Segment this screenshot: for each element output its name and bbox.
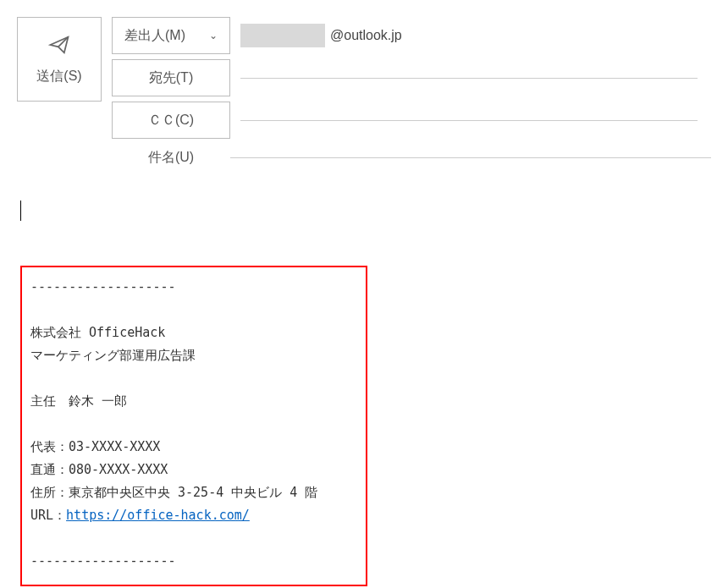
sig-url-link[interactable]: https://office-hack.com/ bbox=[66, 508, 250, 523]
cc-button[interactable]: ＣＣ(C) bbox=[112, 102, 230, 139]
chevron-down-icon: ⌄ bbox=[209, 30, 218, 41]
sig-title-name: 主任 鈴木 一郎 bbox=[30, 390, 354, 413]
sig-tel-direct: 直通：080-XXXX-XXXX bbox=[30, 459, 354, 481]
sig-url-row: URL：https://office-hack.com/ bbox=[30, 504, 354, 527]
message-body[interactable]: ------------------- 株式会社 OfficeHack マーケテ… bbox=[17, 201, 711, 586]
subject-label: 件名(U) bbox=[112, 149, 230, 167]
to-input[interactable] bbox=[240, 78, 698, 79]
sig-divider-bottom: ------------------- bbox=[30, 550, 354, 573]
sig-divider-top: ------------------- bbox=[30, 276, 354, 299]
sig-department: マーケティング部運用広告課 bbox=[30, 344, 354, 367]
from-domain: @outlook.jp bbox=[330, 28, 402, 43]
from-label: 差出人(M) bbox=[124, 27, 185, 45]
text-cursor bbox=[20, 201, 21, 221]
send-icon bbox=[47, 33, 71, 59]
masked-email-user bbox=[240, 24, 325, 47]
send-button[interactable]: 送信(S) bbox=[17, 17, 102, 102]
cc-label: ＣＣ(C) bbox=[148, 112, 194, 129]
sig-url-label: URL： bbox=[30, 508, 66, 523]
subject-input[interactable] bbox=[230, 157, 711, 158]
sig-address: 住所：東京都中央区中央 3-25-4 中央ビル 4 階 bbox=[30, 481, 354, 504]
cc-input[interactable] bbox=[240, 120, 698, 121]
sig-tel-main: 代表：03-XXXX-XXXX bbox=[30, 436, 354, 459]
to-button[interactable]: 宛先(T) bbox=[112, 59, 230, 96]
from-value: @outlook.jp bbox=[240, 17, 698, 54]
send-label: 送信(S) bbox=[36, 68, 81, 85]
to-label: 宛先(T) bbox=[149, 69, 193, 87]
signature-block: ------------------- 株式会社 OfficeHack マーケテ… bbox=[20, 266, 367, 586]
from-button[interactable]: 差出人(M) ⌄ bbox=[112, 17, 230, 54]
sig-company: 株式会社 OfficeHack bbox=[30, 321, 354, 344]
